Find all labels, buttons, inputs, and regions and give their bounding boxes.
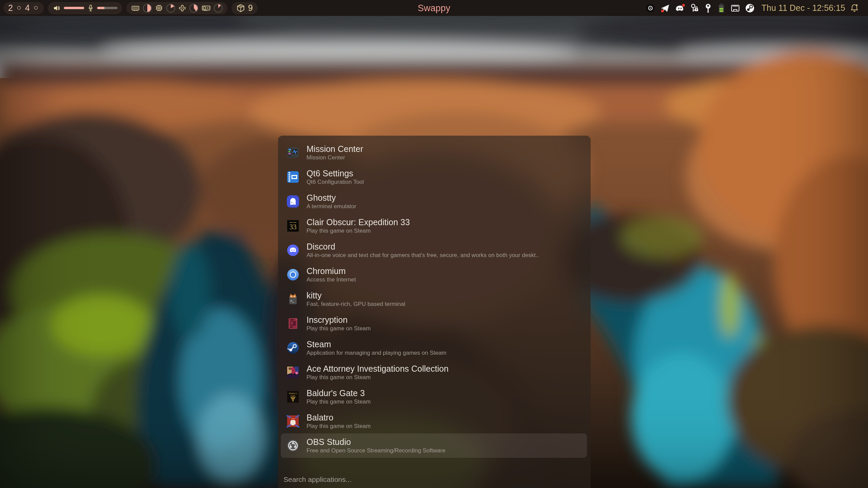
- app-description: Play this game on Steam: [307, 423, 371, 430]
- mic-slider-fill: [97, 7, 105, 9]
- updates-module[interactable]: 9: [232, 2, 258, 14]
- search-input[interactable]: [283, 475, 587, 484]
- kitty-icon: >_: [286, 292, 300, 306]
- app-description: Free and Open Source Streaming/Recording…: [307, 447, 445, 454]
- workspaces-module[interactable]: 2 ○ 4 ○: [3, 2, 44, 14]
- launcher-item-qt6-settings[interactable]: Qt6 SettingsQt6 Configuration Tool: [281, 165, 587, 189]
- audio-module[interactable]: [48, 2, 122, 14]
- balatro-icon: [286, 414, 300, 428]
- app-name: Ace Attorney Investigations Collection: [307, 364, 448, 374]
- clair-obscur-expedition-33-icon: 33: [286, 219, 300, 233]
- app-name: kitty: [307, 290, 405, 300]
- updates-count: 9: [248, 3, 253, 13]
- desktop: 2 ○ 4 ○: [0, 0, 868, 488]
- app-name: Balatro: [307, 412, 371, 423]
- obs-studio-icon: [286, 439, 300, 452]
- app-launcher: Mission CenterMission Center Qt6 Setting…: [278, 136, 591, 488]
- workspace-2[interactable]: 2: [8, 3, 14, 13]
- microphone-icon: [87, 4, 94, 12]
- discord-icon: [286, 243, 300, 257]
- app-description: Play this game on Steam: [307, 374, 448, 381]
- launcher-item-inscryption[interactable]: InscryptionPlay this game on Steam: [281, 311, 587, 336]
- app-description: Application for managing and playing gam…: [307, 349, 446, 357]
- app-description: Play this game on Steam: [307, 325, 371, 332]
- telegram-tray-icon[interactable]: [660, 3, 670, 13]
- app-name: Clair Obscur: Expedition 33: [307, 217, 410, 227]
- volume-slider-fill: [64, 7, 84, 9]
- launcher-item-steam[interactable]: SteamApplication for managing and playin…: [281, 336, 587, 360]
- baldurs-gate-3-icon: Baldur'sGate: [286, 390, 300, 404]
- system-gauges-module[interactable]: [126, 2, 227, 14]
- app-name: Chromium: [307, 266, 356, 276]
- steam-icon: [286, 341, 300, 355]
- mission-center-icon: [286, 146, 300, 159]
- app-description: Mission Center: [307, 154, 363, 161]
- steam-tray-icon[interactable]: [745, 3, 755, 13]
- app-name: Discord: [307, 241, 539, 252]
- cpu-icon: [155, 4, 163, 12]
- steelseries-tray-icon[interactable]: [645, 3, 655, 13]
- ghostty-icon: >_: [286, 195, 300, 208]
- qt6-settings-icon: [286, 170, 300, 184]
- svg-text:>_: >_: [291, 299, 294, 302]
- launcher-item-mission-center[interactable]: Mission CenterMission Center: [281, 140, 587, 165]
- gamepad-usage-gauge: [189, 4, 198, 13]
- app-description: All-in-one voice and text chat for gamer…: [307, 252, 539, 259]
- keepassxc-tray-icon[interactable]: [690, 3, 699, 13]
- app-list: Mission CenterMission Center Qt6 Setting…: [278, 140, 591, 458]
- app-name: Mission Center: [307, 144, 363, 154]
- svg-text:>_: >_: [291, 201, 295, 204]
- launcher-item-obs-studio[interactable]: OBS StudioFree and Open Source Streaming…: [281, 433, 587, 458]
- search-row: [283, 475, 586, 484]
- launcher-item-baldurs-gate-3[interactable]: Baldur'sGate Baldur's Gate 3Play this ga…: [281, 385, 587, 409]
- ethernet-tray-icon[interactable]: [730, 3, 740, 13]
- inscryption-icon: [286, 317, 300, 330]
- launcher-item-kitty[interactable]: >_ kittyFast, feature-rich, GPU based te…: [281, 287, 587, 311]
- bar-left-modules: 2 ○ 4 ○: [3, 2, 258, 14]
- gpu-usage-gauge: [214, 4, 223, 13]
- app-description: Play this game on Steam: [307, 398, 371, 406]
- bar-right-modules: Thu 11 Dec - 12:56:15: [645, 0, 859, 16]
- mic-slider[interactable]: [97, 7, 117, 9]
- app-description: Play this game on Steam: [307, 227, 410, 235]
- app-description: Fast, feature-rich, GPU based terminal: [307, 300, 405, 308]
- discord-tray-icon[interactable]: [675, 3, 685, 13]
- app-name: Qt6 Settings: [307, 168, 364, 178]
- cpu-usage-gauge: [166, 4, 175, 13]
- memory-icon: [131, 4, 140, 13]
- speaker-icon: [53, 4, 61, 12]
- launcher-item-balatro[interactable]: BalatroPlay this game on Steam: [281, 409, 587, 433]
- svg-text:33: 33: [290, 223, 297, 231]
- memory-usage-gauge: [143, 4, 152, 13]
- app-description: Qt6 Configuration Tool: [307, 178, 364, 186]
- workspace-empty-icon[interactable]: ○: [34, 3, 39, 12]
- package-icon: [236, 4, 245, 13]
- ace-attorney-icon: [286, 366, 300, 379]
- launcher-item-discord[interactable]: DiscordAll-in-one voice and text chat fo…: [281, 238, 587, 262]
- keyring-tray-icon[interactable]: [704, 3, 713, 13]
- notification-bell-icon[interactable]: [850, 3, 859, 13]
- gamepad-icon: [178, 4, 186, 12]
- launcher-item-clair-obscur[interactable]: 33 Clair Obscur: Expedition 33Play this …: [281, 214, 587, 238]
- launcher-item-ace-attorney[interactable]: Ace Attorney Investigations CollectionPl…: [281, 360, 587, 385]
- app-name: Inscryption: [307, 315, 371, 325]
- app-description: A terminal emulator: [307, 203, 356, 210]
- gpu-icon: [201, 4, 211, 12]
- workspace-empty-icon[interactable]: ○: [17, 3, 22, 12]
- clock[interactable]: Thu 11 Dec - 12:56:15: [761, 3, 845, 13]
- app-name: Baldur's Gate 3: [307, 388, 371, 398]
- chromium-icon: [286, 268, 300, 281]
- app-name: Steam: [307, 339, 446, 349]
- top-bar: 2 ○ 4 ○: [0, 0, 868, 16]
- app-description: Access the Internet: [307, 276, 356, 284]
- battery-tray-icon[interactable]: [717, 3, 726, 14]
- app-name: Ghostty: [307, 193, 356, 203]
- launcher-item-chromium[interactable]: ChromiumAccess the Internet: [281, 262, 587, 287]
- launcher-item-ghostty[interactable]: >_ GhosttyA terminal emulator: [281, 189, 587, 214]
- workspace-4[interactable]: 4: [25, 3, 31, 13]
- window-title: Swappy: [418, 3, 450, 13]
- app-name: OBS Studio: [307, 437, 445, 447]
- volume-slider[interactable]: [64, 7, 84, 9]
